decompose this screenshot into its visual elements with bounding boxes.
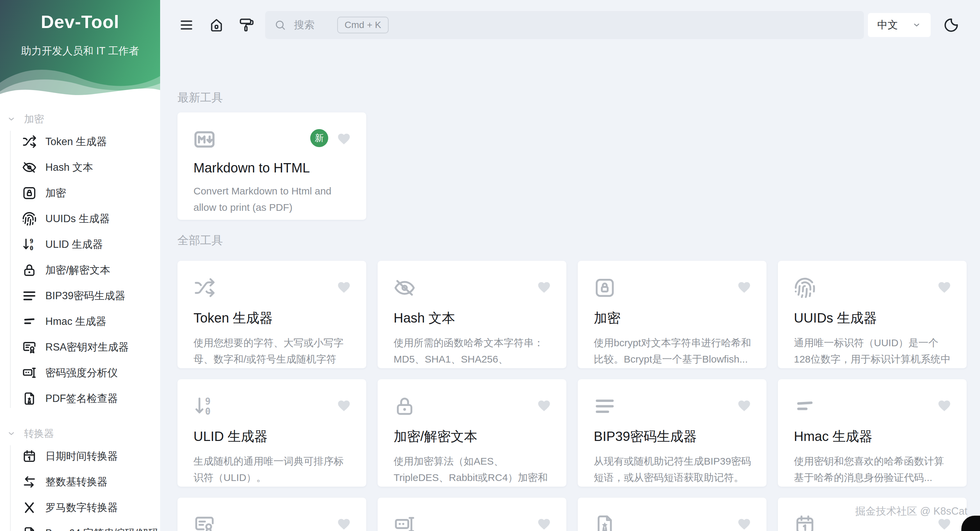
home-icon (209, 17, 224, 33)
file-binary-icon (22, 526, 37, 531)
sidebar-item-label: 加密/解密文本 (45, 263, 110, 277)
chevron-down-icon (912, 20, 921, 30)
tool-card[interactable]: 90 ULID 生成器 生成随机的通用唯一词典可排序标识符（ULID）。 (177, 379, 366, 486)
shuffle-icon (194, 277, 215, 299)
lock-icon (394, 395, 415, 417)
card-top (594, 395, 752, 417)
svg-text:9: 9 (205, 396, 211, 407)
search-shortcut-badge: Cmd + K (337, 17, 388, 33)
tools-grid: Token 生成器 使用您想要的字符、大写或小写字母、数字和/或符号生成随机字符… (177, 261, 967, 486)
sidebar-item[interactable]: PDF签名检查器 (0, 386, 160, 411)
svg-text:0: 0 (30, 244, 33, 251)
tool-card[interactable] (177, 498, 366, 531)
search-bar[interactable]: Cmd + K (265, 11, 864, 39)
tool-card[interactable]: Hash 文本 使用所需的函数哈希文本字符串：MD5、SHA1、SHA256、S… (378, 261, 566, 368)
heart-icon[interactable] (937, 280, 952, 295)
tool-card-markdown-to-html[interactable]: 新 Markdown to HTML Convert Markdown to H… (177, 113, 366, 220)
all-tools-heading: 全部工具 (177, 234, 967, 247)
sidebar-item[interactable]: 整数基转换器 (0, 469, 160, 494)
sidebar-hero: Dev-Tool 助力开发人员和 IT 工作者 (0, 0, 160, 100)
sidebar-section-converters: 转换器 日期时间转换器 整数基转换器 罗马数字转换器 Base64 字符串 (0, 424, 160, 531)
fingerprint-icon (22, 211, 37, 226)
main-content: 最新工具 新 Markdown to HTML Convert Markdown… (160, 50, 980, 531)
card-top (394, 395, 552, 417)
sidebar-item[interactable]: Token 生成器 (0, 129, 160, 154)
sidebar-item-label: 罗马数字转换器 (45, 501, 118, 515)
sidebar-item-label: RSA密钥对生成器 (45, 340, 129, 354)
card-description: 使用您想要的字符、大写或小写字母、数字和/或符号生成随机字符串。 (194, 335, 352, 368)
swap-arrows-icon (22, 475, 37, 489)
home-button[interactable] (209, 17, 224, 33)
sidebar-item[interactable]: BIP39密码生成器 (0, 283, 160, 308)
card-title: UUIDs 生成器 (794, 309, 952, 327)
sidebar-item[interactable]: 90 ULID 生成器 (0, 232, 160, 257)
search-input[interactable] (293, 19, 334, 31)
heart-icon[interactable] (536, 398, 552, 413)
app-root: { "sidebar": { "title": "Dev-Tool", "sub… (0, 0, 980, 531)
card-description: 生成随机的通用唯一词典可排序标识符（ULID）。 (194, 453, 352, 486)
theme-button[interactable] (239, 17, 254, 33)
sidebar-item[interactable]: 日期时间转换器 (0, 443, 160, 469)
sidebar-item[interactable]: Hash 文本 (0, 154, 160, 180)
card-top (594, 514, 752, 531)
sidebar-menu: 加密 Token 生成器 Hash 文本 加密 UUIDs 生成器 (0, 100, 160, 531)
heart-icon[interactable] (937, 516, 952, 531)
sidebar-item[interactable]: 加密 (0, 180, 160, 206)
card-top (594, 277, 752, 299)
card-description: 使用密钥和您喜欢的哈希函数计算基于哈希的消息身份验证代码... (794, 453, 952, 486)
section-header-encryption[interactable]: 加密 (0, 110, 160, 129)
tool-card[interactable]: Hmac 生成器 使用密钥和您喜欢的哈希函数计算基于哈希的消息身份验证代码... (778, 379, 967, 486)
hmac-lines-icon (794, 395, 816, 417)
card-description: 通用唯一标识符（UUID）是一个128位数字，用于标识计算机系统中的... (794, 335, 952, 368)
heart-icon[interactable] (336, 516, 352, 531)
password-field-icon (394, 514, 415, 531)
align-left-icon (594, 395, 616, 417)
heart-icon[interactable] (336, 131, 352, 146)
tool-card[interactable]: 加密/解密文本 使用加密算法（如AES、TripleDES、Rabbit或RC4… (378, 379, 566, 486)
heart-icon[interactable] (737, 398, 752, 413)
menu-button[interactable] (179, 17, 194, 33)
card-title: Hash 文本 (394, 309, 552, 327)
tool-card[interactable]: Token 生成器 使用您想要的字符、大写或小写字母、数字和/或符号生成随机字符… (177, 261, 366, 368)
card-top (794, 395, 952, 417)
heart-icon[interactable] (336, 280, 352, 295)
heart-icon[interactable] (737, 516, 752, 531)
sidebar-item[interactable]: Base64 字符串编码/解码 (0, 520, 160, 531)
tool-card[interactable]: 加密 使用bcrypt对文本字符串进行哈希和比较。Bcrypt是一个基于Blow… (578, 261, 767, 368)
tool-card[interactable]: BIP39密码生成器 从现有或随机助记符生成BIP39密码短语，或从密码短语获取… (578, 379, 767, 486)
card-description: Convert Markdown to Html and allow to pr… (194, 183, 352, 215)
sidebar-item-label: Base64 字符串编码/解码 (45, 526, 158, 531)
chevron-down-icon (7, 429, 16, 438)
heart-icon[interactable] (536, 280, 552, 295)
heart-icon[interactable] (937, 398, 952, 413)
svg-text:0: 0 (205, 406, 211, 417)
card-description: 从现有或随机助记符生成BIP39密码短语，或从密码短语获取助记符。 (594, 453, 752, 486)
new-badge: 新 (310, 129, 328, 147)
card-top (194, 514, 352, 531)
card-top: 新 (194, 129, 352, 150)
section-items: Token 生成器 Hash 文本 加密 UUIDs 生成器 90 ULID 生… (0, 129, 160, 411)
card-title: Token 生成器 (194, 309, 352, 327)
sidebar-item-label: 整数基转换器 (45, 475, 107, 489)
sidebar-item[interactable]: 加密/解密文本 (0, 257, 160, 283)
dark-mode-toggle[interactable] (943, 17, 959, 33)
sidebar-item[interactable]: 罗马数字转换器 (0, 494, 160, 520)
sidebar-item-label: ULID 生成器 (45, 237, 103, 251)
language-select[interactable]: 中文 (868, 13, 931, 37)
heart-icon[interactable] (737, 280, 752, 295)
sidebar-item[interactable]: Hmac 生成器 (0, 308, 160, 334)
paint-roller-icon (239, 17, 254, 33)
sidebar-item[interactable]: 密码强度分析仪 (0, 360, 160, 386)
wave-decoration (0, 57, 160, 100)
menu-icon (179, 17, 194, 33)
section-header-converters[interactable]: 转换器 (0, 424, 160, 443)
sidebar-item[interactable]: UUIDs 生成器 (0, 206, 160, 232)
heart-icon[interactable] (536, 516, 552, 531)
tool-card[interactable]: UUIDs 生成器 通用唯一标识符（UUID）是一个128位数字，用于标识计算机… (778, 261, 967, 368)
app-subtitle: 助力开发人员和 IT 工作者 (0, 44, 160, 58)
tool-card[interactable] (378, 498, 566, 531)
heart-icon[interactable] (336, 398, 352, 413)
sidebar-item[interactable]: RSA密钥对生成器 (0, 334, 160, 360)
section-label: 加密 (24, 113, 44, 126)
tool-card[interactable] (578, 498, 767, 531)
